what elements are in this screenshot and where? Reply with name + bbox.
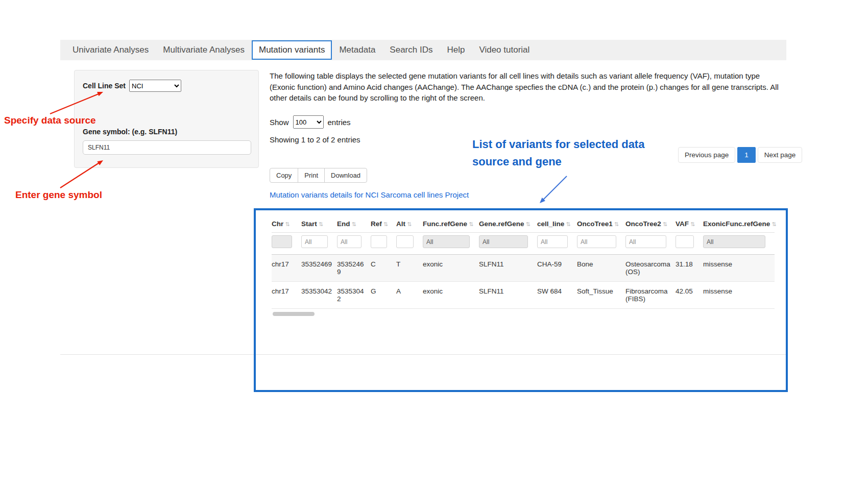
annotation-variants-line1: List of variants for selected data [472, 136, 644, 153]
filter-cell-line[interactable] [537, 235, 568, 248]
sort-icon: ⇅ [352, 221, 356, 227]
gene-symbol-label: Gene symbol: (e.g. SLFN11) [83, 128, 250, 136]
sort-icon: ⇅ [469, 221, 473, 227]
cell-start: 35352469 [301, 255, 337, 282]
cell-func-refgene: exonic [423, 255, 479, 282]
cell-oncotree2: Osteosarcoma (OS) [625, 255, 676, 282]
tab-univariate-analyses[interactable]: Univariate Analyses [65, 40, 156, 60]
cell-start: 35353042 [301, 282, 337, 309]
tab-multivariate-analyses[interactable]: Multivariate Analyses [156, 40, 252, 60]
column-header-oncotree2[interactable]: OncoTree2⇅ [625, 215, 676, 233]
filter-chr[interactable] [272, 235, 292, 248]
column-header-start[interactable]: Start⇅ [301, 215, 337, 233]
table-row[interactable]: chr17 35353042 35353042 G A exonic SLFN1… [272, 282, 775, 309]
next-page-button[interactable]: Next page [758, 147, 803, 163]
cell-line-set-row: Cell Line Set NCI [83, 80, 250, 92]
cell-chr: chr17 [272, 282, 301, 309]
sort-icon: ⇅ [383, 221, 388, 227]
annotation-variants-list: List of variants for selected data sourc… [472, 136, 644, 170]
cell-vaf: 42.05 [676, 282, 703, 309]
column-header-vaf[interactable]: VAF⇅ [676, 215, 703, 233]
print-button[interactable]: Print [298, 168, 325, 183]
sort-icon: ⇅ [771, 221, 776, 227]
table-description: The following table displays the selecte… [270, 70, 779, 104]
entries-per-page-select[interactable]: 100 [293, 115, 324, 129]
filter-exonicfunc-refgene[interactable] [703, 235, 765, 248]
filter-oncotree1[interactable] [577, 235, 616, 248]
column-header-ref[interactable]: Ref⇅ [371, 215, 396, 233]
cell-alt: T [396, 255, 423, 282]
tab-help[interactable]: Help [440, 40, 472, 60]
cell-oncotree2: Fibrosarcoma (FIBS) [625, 282, 676, 309]
sort-icon: ⇅ [526, 221, 531, 227]
horizontal-scrollbar-thumb[interactable] [273, 312, 315, 316]
sort-icon: ⇅ [319, 221, 323, 227]
cell-end: 35352469 [337, 255, 371, 282]
sort-icon: ⇅ [614, 221, 619, 227]
cell-oncotree1: Soft_Tissue [577, 282, 625, 309]
previous-page-button[interactable]: Previous page [678, 147, 735, 163]
cell-ref: C [371, 255, 396, 282]
cell-oncotree1: Bone [577, 255, 625, 282]
table-title-link[interactable]: Mutation variants details for NCI Sarcom… [270, 190, 469, 199]
cell-line-set-select[interactable]: NCI [129, 80, 181, 92]
sort-icon: ⇅ [690, 221, 695, 227]
column-header-func-refgene[interactable]: Func.refGene⇅ [423, 215, 479, 233]
export-button-group: Copy Print Download [270, 168, 367, 183]
controls-panel: Cell Line Set NCI Gene symbol: (e.g. SLF… [74, 70, 259, 168]
column-header-alt[interactable]: Alt⇅ [396, 215, 423, 233]
entries-label: entries [328, 118, 351, 127]
table-row[interactable]: chr17 35352469 35352469 C T exonic SLFN1… [272, 255, 775, 282]
column-header-cell-line[interactable]: cell_line⇅ [537, 215, 577, 233]
filter-func-refgene[interactable] [423, 235, 470, 248]
tab-metadata[interactable]: Metadata [332, 40, 382, 60]
copy-button[interactable]: Copy [270, 168, 298, 183]
cell-vaf: 31.18 [676, 255, 703, 282]
cell-chr: chr17 [272, 255, 301, 282]
page: { "colors": { "accent_blue": "#1b6dc9", … [0, 0, 868, 488]
gene-symbol-input[interactable] [83, 140, 251, 155]
annotation-variants-line2: source and gene [472, 153, 644, 170]
sort-icon: ⇅ [407, 221, 412, 227]
tab-search-ids[interactable]: Search IDs [382, 40, 440, 60]
column-header-gene-refgene[interactable]: Gene.refGene⇅ [479, 215, 537, 233]
download-button[interactable]: Download [324, 168, 367, 183]
current-page-button[interactable]: 1 [737, 147, 756, 163]
blue-arrow-variants-table [540, 176, 567, 203]
header-row: Chr⇅ Start⇅ End⇅ Ref⇅ Alt⇅ Func.refGene⇅… [272, 215, 775, 233]
show-label: Show [270, 118, 289, 127]
filter-alt[interactable] [396, 235, 414, 248]
top-navbar: Univariate Analyses Multivariate Analyse… [60, 40, 786, 60]
column-header-oncotree1[interactable]: OncoTree1⇅ [577, 215, 625, 233]
variants-table: Chr⇅ Start⇅ End⇅ Ref⇅ Alt⇅ Func.refGene⇅… [272, 215, 775, 309]
tab-mutation-variants[interactable]: Mutation variants [252, 40, 332, 60]
cell-gene-refgene: SLFN11 [479, 282, 537, 309]
variants-table-container: Chr⇅ Start⇅ End⇅ Ref⇅ Alt⇅ Func.refGene⇅… [254, 208, 788, 392]
cell-line-set-label: Cell Line Set [83, 82, 126, 90]
cell-cell-line: SW 684 [537, 282, 577, 309]
sort-icon: ⇅ [285, 221, 290, 227]
cell-end: 35353042 [337, 282, 371, 309]
column-header-chr[interactable]: Chr⇅ [272, 215, 301, 233]
filter-end[interactable] [337, 235, 361, 248]
annotation-specify-data-source: Specify data source [4, 115, 96, 126]
showing-entries-text: Showing 1 to 2 of 2 entries [270, 135, 360, 144]
cell-exonicfunc-refgene: missense [703, 282, 775, 309]
filter-gene-refgene[interactable] [479, 235, 528, 248]
sort-icon: ⇅ [566, 221, 570, 227]
cell-alt: A [396, 282, 423, 309]
column-header-exonicfunc-refgene[interactable]: ExonicFunc.refGene⇅ [703, 215, 775, 233]
annotation-enter-gene-symbol: Enter gene symbol [15, 189, 102, 201]
tab-video-tutorial[interactable]: Video tutorial [472, 40, 537, 60]
filter-row [272, 233, 775, 255]
show-entries-row: Show 100 entries [270, 115, 351, 129]
horizontal-scrollbar-track [272, 311, 775, 316]
cell-ref: G [371, 282, 396, 309]
filter-vaf[interactable] [676, 235, 694, 248]
filter-oncotree2[interactable] [625, 235, 666, 248]
filter-start[interactable] [301, 235, 328, 248]
column-header-end[interactable]: End⇅ [337, 215, 371, 233]
filter-ref[interactable] [371, 235, 387, 248]
pagination: Previous page 1 Next page [678, 147, 802, 163]
cell-func-refgene: exonic [423, 282, 479, 309]
